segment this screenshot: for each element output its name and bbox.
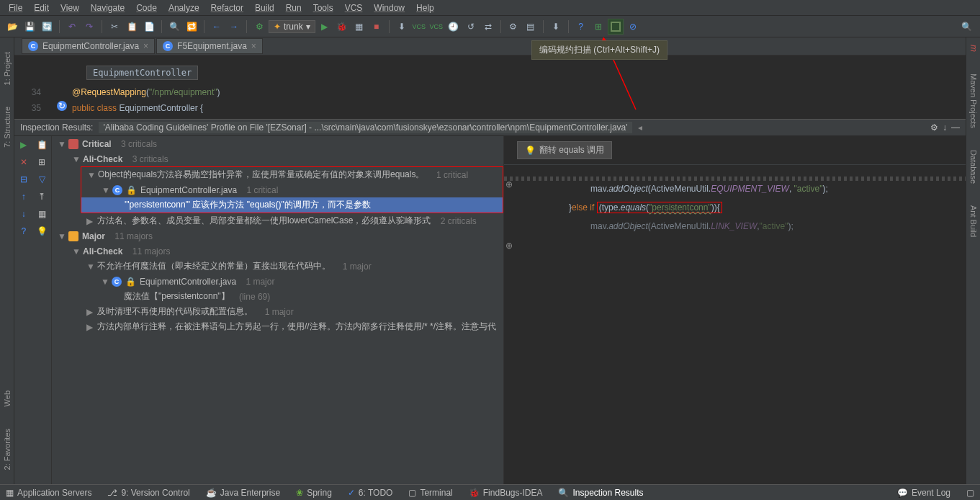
- tree-file[interactable]: ▼C 🔒 EquipmentController.java 1 critical: [81, 182, 503, 197]
- scroll-left-icon[interactable]: ◂: [638, 122, 642, 133]
- tree-rule-equals[interactable]: ▼Object的equals方法容易抛空指针异常，应使用常量或确定有值的对象来调…: [81, 167, 503, 182]
- refresh-icon[interactable]: 🔄: [39, 19, 55, 35]
- next-icon[interactable]: ↓: [14, 205, 33, 223]
- tab-f5equipment[interactable]: C F5Equipment.java ×: [156, 38, 263, 54]
- forward-icon[interactable]: →: [226, 19, 242, 35]
- paste-icon[interactable]: 📄: [141, 19, 157, 35]
- menu-analyze[interactable]: Analyze: [163, 1, 205, 14]
- structure-icon[interactable]: ▤: [523, 19, 539, 35]
- plugin-icon[interactable]: ⊞: [590, 19, 606, 35]
- replace-icon[interactable]: 🔁: [184, 19, 199, 35]
- status-spring[interactable]: ❀Spring: [296, 488, 332, 498]
- find-icon[interactable]: 🔍: [166, 19, 182, 35]
- autoscroll-icon[interactable]: ⤒: [33, 188, 52, 205]
- status-app-servers[interactable]: ▦Application Servers: [6, 488, 91, 498]
- bulb-icon[interactable]: 💡: [33, 223, 52, 240]
- build-icon[interactable]: ⚙: [251, 19, 267, 35]
- tree-rule-camel[interactable]: ▶方法名、参数名、成员变量、局部变量都统一使用lowerCamelCase，必须…: [52, 213, 503, 228]
- menu-code[interactable]: Code: [130, 1, 163, 14]
- menu-edit[interactable]: Edit: [28, 1, 55, 14]
- tool-project[interactable]: 1: Project: [3, 52, 12, 85]
- menu-view[interactable]: View: [55, 1, 85, 14]
- tab-equipment-controller[interactable]: C EquipmentController.java ×: [22, 38, 155, 54]
- tree-rule-clean[interactable]: ▶及时清理不再使用的代码段或配置信息。 1 major: [52, 304, 503, 319]
- tool-favorites[interactable]: 2: Favorites: [3, 429, 12, 470]
- menu-tools[interactable]: Tools: [307, 1, 339, 14]
- close-icon[interactable]: ✕: [14, 153, 33, 171]
- tree-ali-check-major[interactable]: ▼Ali-Check 11 majors: [52, 244, 503, 259]
- copy-icon[interactable]: 📋: [124, 19, 140, 35]
- stop-icon[interactable]: ■: [369, 19, 385, 35]
- prev-icon[interactable]: ↑: [14, 188, 33, 205]
- menu-build[interactable]: Build: [249, 1, 280, 14]
- rerun-icon[interactable]: ▶: [14, 136, 33, 153]
- hide-icon[interactable]: —: [951, 122, 960, 133]
- alibaba-scan-icon[interactable]: [608, 19, 624, 35]
- pin-icon[interactable]: ↓: [943, 122, 947, 133]
- gutter-class-icon[interactable]: ↻: [56, 100, 68, 112]
- status-todo[interactable]: ✓6: TODO: [348, 488, 393, 498]
- vcs-revert-icon[interactable]: ↺: [463, 19, 479, 35]
- tree-critical[interactable]: ▼ Critical 3 criticals: [52, 136, 503, 151]
- breadcrumb[interactable]: EquipmentController: [86, 66, 198, 80]
- status-java-ee[interactable]: ☕Java Enterprise: [206, 488, 280, 498]
- run-config-select[interactable]: ✦trunk▾: [269, 20, 315, 33]
- save-icon[interactable]: 💾: [22, 19, 37, 35]
- vcs-update-icon[interactable]: ⬇: [394, 19, 410, 35]
- preview-code[interactable]: mav.addObject(ActiveMenuUtil.EQUIPMENT_V…: [504, 165, 966, 236]
- menu-file[interactable]: File: [3, 1, 28, 14]
- cut-icon[interactable]: ✂: [107, 19, 122, 35]
- menu-navigate[interactable]: Navigate: [85, 1, 130, 14]
- fold-icon[interactable]: ⊕: [505, 241, 513, 251]
- flip-equals-button[interactable]: 💡 翻转 equals 调用: [517, 141, 612, 159]
- menu-vcs[interactable]: VCS: [339, 1, 369, 14]
- inspection-tree[interactable]: ▼ Critical 3 criticals ▼Ali-Check 3 crit…: [52, 136, 504, 484]
- menu-window[interactable]: Window: [368, 1, 410, 14]
- collapse-icon[interactable]: ⊟: [14, 171, 33, 188]
- tree-ali-check[interactable]: ▼Ali-Check 3 criticals: [52, 151, 503, 166]
- tool-database[interactable]: Database: [969, 150, 978, 184]
- status-inspection[interactable]: 🔍Inspection Results: [558, 488, 643, 498]
- menu-help[interactable]: Help: [410, 1, 440, 14]
- status-corner-icon[interactable]: ▢: [966, 488, 974, 498]
- expand-icon[interactable]: ⊞: [33, 153, 52, 171]
- filter-icon[interactable]: ▽: [33, 171, 52, 188]
- vcs-push-icon[interactable]: VCS: [428, 19, 444, 35]
- run-icon[interactable]: ▶: [317, 19, 333, 35]
- tool-ant[interactable]: Ant Build: [969, 205, 978, 237]
- editor[interactable]: EquipmentController 34 35 ↻ @RequestMapp…: [14, 55, 966, 119]
- tool-maven[interactable]: m: [968, 45, 979, 52]
- tool-structure[interactable]: 7: Structure: [3, 107, 12, 148]
- status-event-log[interactable]: 💬Event Log: [897, 488, 950, 498]
- settings-icon[interactable]: ⚙: [505, 19, 521, 35]
- tree-file-major[interactable]: ▼C 🔒 EquipmentController.java 1 major: [52, 274, 503, 289]
- close-icon[interactable]: ×: [143, 41, 148, 51]
- help-icon[interactable]: ?: [573, 19, 589, 35]
- coverage-icon[interactable]: ▦: [351, 19, 367, 35]
- undo-icon[interactable]: ↶: [64, 19, 80, 35]
- menu-run[interactable]: Run: [280, 1, 307, 14]
- tool-maven-label[interactable]: Maven Projects: [969, 73, 978, 128]
- tree-issue-selected[interactable]: '"persistentconn"' 应该作为方法 "equals()"的调用方…: [81, 197, 503, 213]
- settings-icon[interactable]: ⚙: [930, 122, 938, 133]
- code[interactable]: @RequestMapping("/npm/equipment") public…: [72, 84, 220, 116]
- status-findbugs[interactable]: 🐞FindBugs-IDEA: [469, 488, 543, 498]
- status-terminal[interactable]: ▢Terminal: [408, 488, 452, 498]
- search-icon[interactable]: 🔍: [958, 19, 974, 35]
- tree-rule-comment[interactable]: ▶方法内部单行注释，在被注释语句上方另起一行，使用//注释。方法内部多行注释使用…: [52, 319, 503, 334]
- tree-issue-magic[interactable]: 魔法值【"persistentconn"】 (line 69): [52, 289, 503, 304]
- open-icon[interactable]: 📂: [4, 19, 20, 35]
- tool-web[interactable]: Web: [3, 390, 12, 406]
- block-icon[interactable]: ⊘: [625, 19, 641, 35]
- vcs-diff-icon[interactable]: ⇄: [480, 19, 496, 35]
- status-vcs[interactable]: ⎇9: Version Control: [107, 488, 189, 498]
- vcs-commit-icon[interactable]: VCS: [411, 19, 427, 35]
- menu-refactor[interactable]: Refactor: [205, 1, 249, 14]
- close-icon[interactable]: ×: [251, 41, 256, 51]
- group-icon[interactable]: ▦: [33, 205, 52, 223]
- back-icon[interactable]: ←: [209, 19, 225, 35]
- sdk-icon[interactable]: ⬇: [548, 19, 564, 35]
- redo-icon[interactable]: ↷: [81, 19, 97, 35]
- tree-major[interactable]: ▼ Major 11 majors: [52, 228, 503, 244]
- debug-icon[interactable]: 🐞: [334, 19, 350, 35]
